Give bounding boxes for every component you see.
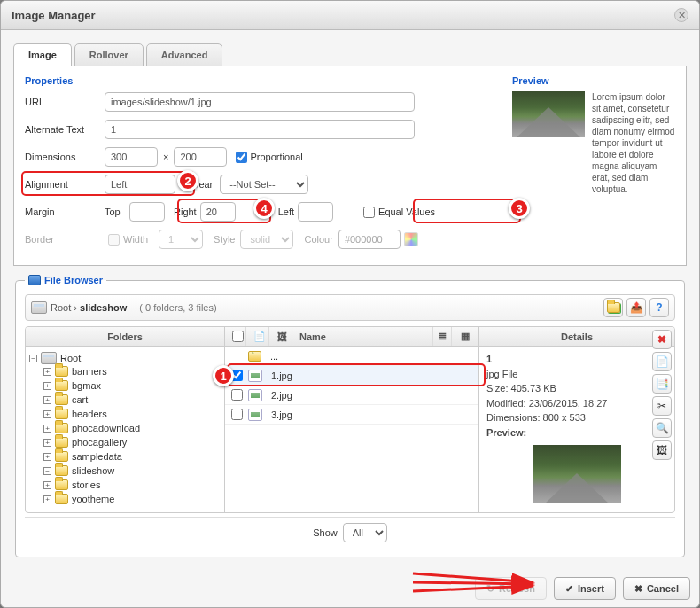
detail-dimensions: Dimensions: 800 x 533 [486, 412, 586, 423]
footer: ↻ Refresh ✔ Insert ✖ Cancel [1, 570, 699, 607]
breadcrumb[interactable]: Root › slideshow [51, 302, 127, 313]
folder-slideshow[interactable]: −slideshow [43, 465, 221, 476]
preview-box: Lorem ipsum dolor sit amet, consetetur s… [512, 91, 675, 195]
height-input[interactable] [174, 147, 227, 167]
name-header[interactable]: Name [296, 331, 429, 342]
margin-top-label: Top [105, 207, 129, 217]
drive-icon [31, 301, 47, 314]
show-bar: Show All [25, 517, 675, 548]
close-button[interactable]: ✕ [674, 8, 688, 22]
url-input[interactable] [105, 92, 415, 112]
margin-right-input[interactable] [200, 202, 236, 222]
detail-modified: Modified: 23/06/2015, 18:27 [486, 398, 607, 409]
file-list: ...1.jpg2.jpg3.jpg [225, 347, 478, 512]
border-colour-input[interactable] [338, 230, 401, 249]
tab-advanced[interactable]: Advanced [146, 43, 223, 66]
equal-values-label: Equal Values [378, 207, 435, 217]
folder-headers[interactable]: +headers [43, 409, 221, 419]
file-row[interactable]: 2.jpg [225, 386, 478, 405]
border-style-select[interactable]: solid [240, 230, 293, 249]
detail-size: Size: 405.73 KB [486, 383, 556, 394]
proportional-checkbox[interactable] [236, 152, 247, 163]
tab-bar: Image Rollover Advanced [13, 43, 687, 66]
colour-swatch-icon[interactable] [404, 232, 418, 246]
new-folder-button[interactable] [603, 298, 623, 317]
insert-button[interactable]: ✔ Insert [554, 577, 616, 600]
clear-select[interactable]: --Not Set-- [220, 175, 308, 194]
file-browser-legend: File Browser [25, 275, 106, 285]
width-input[interactable] [105, 147, 158, 167]
folder-cart[interactable]: +cart [43, 394, 221, 405]
file-checkbox[interactable] [231, 389, 243, 401]
detail-preview-thumb [533, 445, 621, 503]
border-label: Border [25, 234, 105, 245]
copy-file-button[interactable]: 📑 [652, 374, 672, 394]
folder-stories[interactable]: +stories [43, 479, 221, 490]
alignment-label: Alignment [25, 179, 105, 190]
margin-label: Margin [25, 207, 105, 217]
select-all-checkbox[interactable] [232, 331, 244, 342]
tab-rollover[interactable]: Rollover [74, 43, 144, 66]
view-list-icon[interactable]: ≣ [432, 327, 452, 346]
folder-phocagallery[interactable]: +phocagallery [43, 437, 221, 448]
file-count: ( 0 folders, 3 files) [139, 302, 216, 313]
border-enable-checkbox[interactable] [108, 234, 120, 246]
show-select[interactable]: All [343, 523, 387, 542]
delete-file-button[interactable]: ✖ [652, 330, 672, 349]
tab-image[interactable]: Image [13, 43, 72, 66]
folder-sampledata[interactable]: +sampledata [43, 451, 221, 462]
margin-left-input[interactable] [298, 202, 333, 222]
callout-2: 2 [177, 170, 198, 191]
properties-heading: Properties [25, 75, 500, 86]
image-file-icon [248, 389, 262, 401]
detail-name: 1 [486, 354, 492, 364]
file-checkbox[interactable] [231, 409, 243, 420]
folder-banners[interactable]: +banners [43, 366, 221, 377]
border-colour-label: Colour [293, 234, 338, 245]
details-body: 1 jpg File Size: 405.73 KB Modified: 23/… [479, 347, 674, 512]
folder-root[interactable]: −Root [29, 352, 221, 364]
dimensions-x: × [158, 152, 174, 162]
file-row[interactable]: 1.jpg [225, 366, 478, 386]
preview-thumbnail [512, 91, 585, 137]
image-manager-window: Image Manager ✕ Image Rollover Advanced … [0, 0, 700, 608]
breadcrumb-bar: Root › slideshow ( 0 folders, 3 files) 📤… [25, 294, 675, 321]
folder-phocadownload[interactable]: +phocadownload [43, 423, 221, 433]
folder-tree: −Root +banners+bgmax+cart+headers+phocad… [26, 347, 224, 512]
dimensions-label: Dimensions [25, 152, 105, 162]
callout-3: 3 [509, 198, 530, 219]
view-file-button[interactable]: 🔍 [652, 418, 672, 438]
show-label: Show [313, 527, 338, 538]
upload-button[interactable]: 📤 [626, 298, 646, 317]
help-button[interactable]: ? [649, 298, 669, 317]
alignment-select[interactable] [105, 175, 175, 194]
cancel-button[interactable]: ✖ Cancel [623, 577, 690, 600]
alt-text-label: Alternate Text [25, 124, 105, 135]
cut-file-button[interactable]: ✂ [652, 396, 672, 416]
view-grid-icon[interactable]: ▦ [455, 327, 475, 346]
file-row[interactable]: ... [225, 347, 478, 366]
folder-yootheme[interactable]: +yootheme [43, 494, 221, 504]
info-file-button[interactable]: 🖼 [652, 440, 672, 460]
detail-preview-label: Preview: [486, 427, 526, 438]
preview-text: Lorem ipsum dolor sit amet, consetetur s… [592, 91, 675, 195]
preview-heading: Preview [512, 75, 675, 86]
file-row[interactable]: 3.jpg [225, 405, 478, 425]
image-file-icon [248, 409, 262, 421]
rename-file-button[interactable]: 📄 [652, 352, 672, 371]
window-title: Image Manager [12, 9, 96, 22]
details-header: Details [479, 327, 674, 347]
sort-type-icon[interactable]: 🖼 [273, 327, 292, 346]
refresh-button[interactable]: ↻ Refresh [475, 577, 547, 600]
file-browser: File Browser Root › slideshow ( 0 folder… [15, 275, 685, 557]
callout-1: 1 [213, 365, 234, 386]
border-width-select[interactable]: 1 [159, 230, 203, 249]
margin-top-input[interactable] [129, 202, 165, 222]
equal-values-checkbox[interactable] [363, 207, 375, 218]
detail-type: jpg File [486, 369, 517, 379]
up-icon [248, 351, 261, 362]
sort-ext-icon[interactable]: 📄 [250, 327, 269, 346]
folder-bgmax[interactable]: +bgmax [43, 380, 221, 391]
proportional-label: Proportional [250, 152, 302, 162]
alt-text-input[interactable] [105, 120, 415, 139]
